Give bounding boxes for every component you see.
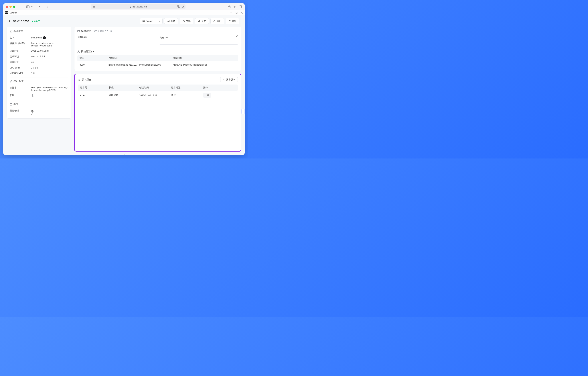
share-icon[interactable] (228, 5, 231, 8)
info-icon (10, 30, 12, 32)
upload-icon (223, 78, 225, 81)
page-title: next-demo (13, 19, 29, 23)
publish-version-button[interactable]: 发布版本 (220, 77, 238, 82)
window-minimize-icon[interactable] (230, 12, 232, 14)
cursor-icon (142, 20, 145, 22)
row-more-icon[interactable] (215, 94, 215, 97)
basic-info-card: 基础信息 名字next-demoN 镜像源（私有）hub.hzh.sealos.… (7, 27, 71, 118)
app-icon: </> (5, 11, 8, 14)
close-dot[interactable] (6, 6, 8, 8)
network-icon (77, 51, 80, 53)
url-text: hzh.sealos.run (133, 5, 147, 8)
expand-icon[interactable] (31, 112, 68, 115)
change-button[interactable]: 变更 (195, 18, 209, 24)
nav-back-icon[interactable] (39, 5, 41, 8)
delete-button[interactable]: 删除 (226, 18, 239, 24)
window-close-icon[interactable] (241, 12, 243, 14)
chevron-down-icon[interactable] (31, 6, 33, 7)
side-collapse-toggle[interactable]: ‹ (242, 109, 245, 114)
reload-icon[interactable] (182, 5, 184, 8)
svg-point-37 (78, 80, 78, 80)
reader-icon[interactable] (93, 6, 95, 8)
version-row: v1.0 发版成功 2025-01-06 17:12 测试 上线 (78, 91, 238, 100)
deploy-button[interactable]: 上线 (203, 93, 211, 98)
browser-window: hzh.sealos.run 文A </> Devbox next-demo (3, 3, 245, 155)
shutdown-button[interactable]: 关机 (180, 18, 193, 24)
link-icon (10, 80, 12, 83)
monitor-card: 实时监控 (更新时间 17:17) CPU 0% 内存 0% 网络配置 ( 1 … (74, 27, 242, 71)
events-icon (10, 103, 12, 106)
versions-card: 版本历史 发布版本 版本号 状态 创建时间 版本描述 操作 (74, 74, 242, 151)
network-row: 3000 http://next-demo.ns-kc811077.svc.cl… (77, 61, 238, 68)
terminal-button[interactable]: 终端 (164, 18, 178, 24)
cpu-chart (78, 44, 156, 44)
monitor-expand-icon[interactable] (236, 35, 238, 37)
svg-point-35 (78, 79, 78, 79)
mem-chart (160, 44, 238, 45)
svg-rect-6 (130, 7, 131, 8)
monitor-icon (77, 30, 80, 32)
window-maximize-icon[interactable] (236, 12, 238, 14)
svg-point-29 (78, 51, 79, 51)
svg-rect-16 (236, 12, 237, 13)
resize-handle-icon[interactable]: ▴ (120, 153, 128, 155)
svg-point-36 (78, 79, 78, 80)
new-tab-icon[interactable] (233, 5, 236, 8)
svg-rect-14 (239, 6, 241, 8)
list-icon (78, 79, 80, 81)
cpu-label: CPU 0% (78, 36, 156, 39)
translate-icon[interactable]: 文A (177, 5, 180, 8)
titlebar: hzh.sealos.run 文A (3, 3, 245, 10)
address-bar[interactable]: hzh.sealos.run 文A (91, 4, 186, 9)
network-table: 端口 内网地址 公网地址 3000 http://next-demo.ns-kc… (77, 55, 238, 68)
page-header: next-demo 运行中 Cursor 终端 关机 变更 重启 删除 (3, 15, 245, 27)
traffic-lights (6, 6, 15, 8)
swap-icon (198, 20, 200, 22)
restart-button[interactable]: 重启 (210, 18, 224, 24)
back-button[interactable] (9, 20, 10, 22)
power-icon (182, 20, 185, 22)
svg-text:A: A (179, 6, 180, 8)
restart-icon (213, 20, 216, 22)
svg-rect-26 (10, 104, 12, 105)
tab-title[interactable]: Devbox (10, 11, 17, 14)
ide-dropdown-icon[interactable] (156, 18, 162, 24)
minimize-dot[interactable] (10, 6, 12, 8)
page-content: next-demo 运行中 Cursor 终端 关机 变更 重启 删除 基础信息… (3, 15, 245, 155)
fullscreen-dot[interactable] (13, 6, 15, 8)
download-key-icon[interactable] (31, 94, 68, 97)
lock-icon (130, 6, 131, 8)
svg-rect-0 (26, 6, 29, 8)
tech-badge: N (43, 36, 46, 39)
versions-table: 版本号 状态 创建时间 版本描述 操作 v1.0 发版成功 2025-01-06… (78, 85, 238, 100)
tabstrip: </> Devbox (3, 10, 245, 15)
terminal-icon (167, 20, 169, 22)
status-badge: 运行中 (32, 20, 40, 22)
tabs-icon[interactable] (239, 5, 242, 8)
ide-selector[interactable]: Cursor (140, 18, 163, 24)
trash-icon (229, 20, 231, 22)
nav-forward-icon[interactable] (47, 5, 48, 8)
sidebar-icon[interactable] (26, 5, 30, 8)
mem-label: 内存 0% (160, 36, 238, 39)
svg-rect-19 (167, 20, 169, 22)
